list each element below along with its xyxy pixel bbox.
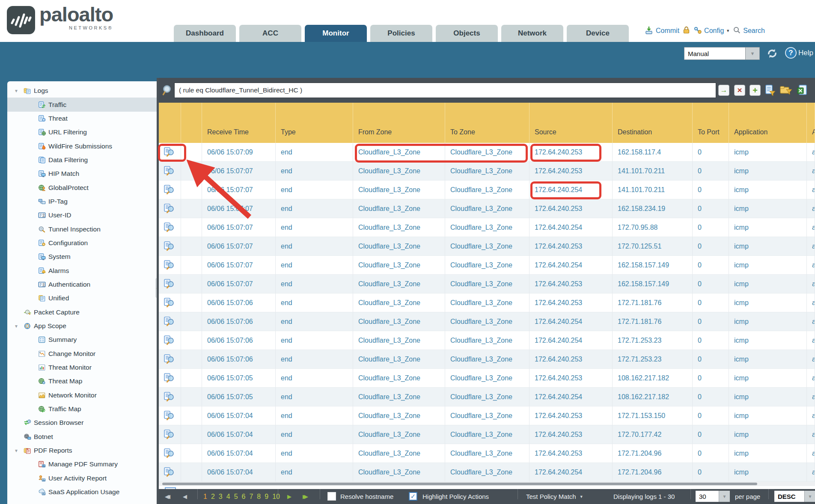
cell-from[interactable]: Cloudflare_L3_Zone [353,162,445,181]
column-header-application[interactable]: Application [729,103,807,143]
cell-source[interactable]: 172.64.240.253 [529,237,613,256]
cell-source[interactable]: 172.64.240.254 [529,181,613,199]
column-header-type[interactable]: Type [276,103,353,143]
log-detail-icon[interactable] [159,218,181,237]
tab-dashboard[interactable]: Dashboard [174,25,236,42]
tab-policies[interactable]: Policies [370,25,432,42]
cell-dest[interactable]: 172.71.153.150 [613,406,693,425]
commit-button[interactable]: Commit [644,26,679,36]
cell-dest[interactable]: 172.70.125.51 [613,237,693,256]
cell-source[interactable]: 172.64.240.253 [529,444,613,463]
cell-dest[interactable]: 172.71.181.76 [613,312,693,331]
sidebar-item-traffic[interactable]: Traffic [7,98,157,111]
cell-source[interactable]: 172.64.240.254 [529,388,613,406]
cell-source[interactable]: 172.64.240.253 [529,275,613,294]
sidebar-item-unified[interactable]: Unified [7,291,157,305]
log-detail-icon[interactable] [159,312,181,331]
cell-app[interactable]: icmp [729,181,807,199]
sidebar-item-threat-monitor[interactable]: Threat Monitor [7,361,157,374]
log-detail-icon[interactable] [159,388,181,406]
sidebar-item-traffic-map[interactable]: Traffic Map [7,402,157,416]
cell-app[interactable]: icmp [729,444,807,463]
log-detail-icon[interactable] [159,143,181,162]
column-header-to-port[interactable]: To Port [693,103,729,143]
sidebar-item-logs[interactable]: ▼Logs [7,84,157,98]
cell-to[interactable]: Cloudflare_L3_Zone [445,237,529,256]
export-icon[interactable] [796,85,808,96]
cell-app[interactable]: icmp [729,388,807,406]
cell-to[interactable]: Cloudflare_L3_Zone [445,350,529,369]
cell-to[interactable]: Cloudflare_L3_Zone [445,331,529,350]
cell-source[interactable]: 172.64.240.253 [529,294,613,312]
cell-from[interactable]: Cloudflare_L3_Zone [353,294,445,312]
cell-dest[interactable]: 172.71.181.76 [613,294,693,312]
cell-app[interactable]: icmp [729,275,807,294]
column-header-a[interactable]: A [807,103,815,143]
log-detail-icon[interactable] [159,444,181,463]
expander-icon[interactable]: ▼ [14,448,18,453]
last-page-button[interactable]: ▶▶ [303,489,304,504]
cell-dest[interactable]: 172.71.253.23 [613,331,693,350]
sidebar-item-configuration[interactable]: Configuration [7,236,157,250]
cell-app[interactable]: icmp [729,294,807,312]
cell-from[interactable]: Cloudflare_L3_Zone [353,256,445,275]
cell-app[interactable]: icmp [729,406,807,425]
column-header-receive-time[interactable]: Receive Time [202,103,276,143]
log-detail-icon[interactable] [159,425,181,444]
page-number-2[interactable]: 2 [211,493,215,501]
cell-port[interactable]: 0 [693,406,729,425]
cell-from[interactable]: Cloudflare_L3_Zone [353,444,445,463]
cell-from[interactable]: Cloudflare_L3_Zone [353,199,445,218]
cell-from[interactable]: Cloudflare_L3_Zone [353,218,445,237]
cell-app[interactable]: icmp [729,256,807,275]
cell-source[interactable]: 172.64.240.253 [529,406,613,425]
cell-source[interactable]: 172.64.240.254 [529,463,613,482]
per-page-select[interactable]: 30 ▼ [696,491,730,502]
cell-from[interactable]: Cloudflare_L3_Zone [353,350,445,369]
cell-port[interactable]: 0 [693,312,729,331]
tab-acc[interactable]: ACC [239,25,301,42]
cell-to[interactable]: Cloudflare_L3_Zone [445,162,529,181]
cell-from[interactable]: Cloudflare_L3_Zone [353,181,445,199]
cell-source[interactable]: 172.64.240.254 [529,256,613,275]
cell-from[interactable]: Cloudflare_L3_Zone [353,406,445,425]
log-detail-icon[interactable] [159,463,181,482]
resolve-hostname-checkbox[interactable] [327,492,336,501]
page-number-4[interactable]: 4 [226,493,230,501]
cell-source[interactable]: 172.64.240.254 [529,331,613,350]
cell-dest[interactable]: 172.71.204.96 [613,463,693,482]
sidebar-item-url-filtering[interactable]: URL Filtering [7,125,157,139]
cell-app[interactable]: icmp [729,425,807,444]
cell-to[interactable]: Cloudflare_L3_Zone [445,444,529,463]
column-header-to-zone[interactable]: To Zone [445,103,529,143]
log-detail-icon[interactable] [159,199,181,218]
cell-dest[interactable]: 108.162.217.182 [613,388,693,406]
cell-source[interactable]: 172.64.240.253 [529,162,613,181]
refresh-icon[interactable] [766,47,779,62]
sidebar-item-alarms[interactable]: Alarms [7,264,157,277]
config-button[interactable]: Config ▼ [693,26,730,36]
log-detail-icon[interactable] [159,181,181,199]
log-filter-input[interactable]: ( rule eq Cloudflare_Tunnel_Bidirect_HC … [174,83,716,98]
sidebar-item-threat-map[interactable]: Threat Map [7,374,157,388]
cell-dest[interactable]: 162.158.117.4 [613,143,693,162]
sidebar-item-ip-tag[interactable]: IP-Tag [7,195,157,208]
expander-icon[interactable]: ▼ [14,89,18,93]
sort-order-select[interactable]: DESC ▼ [774,491,815,502]
cell-dest[interactable]: 141.101.70.211 [613,162,693,181]
cell-dest[interactable]: 162.158.234.19 [613,199,693,218]
cell-app[interactable]: icmp [729,199,807,218]
cell-source[interactable]: 172.64.240.253 [529,199,613,218]
cell-port[interactable]: 0 [693,388,729,406]
cell-from[interactable]: Cloudflare_L3_Zone [353,143,445,162]
cell-from[interactable]: Cloudflare_L3_Zone [353,331,445,350]
cell-to[interactable]: Cloudflare_L3_Zone [445,388,529,406]
add-filter-button[interactable]: + [750,85,761,96]
cell-dest[interactable]: 141.101.70.211 [613,181,693,199]
sidebar-item-globalprotect[interactable]: GlobalProtect [7,181,157,194]
sidebar-item-app-scope[interactable]: ▼App Scope [7,319,157,333]
log-detail-icon[interactable] [159,162,181,181]
cell-source[interactable]: 172.64.240.254 [529,312,613,331]
sidebar-item-hip-match[interactable]: HIP Match [7,167,157,181]
column-header-destination[interactable]: Destination [613,103,693,143]
